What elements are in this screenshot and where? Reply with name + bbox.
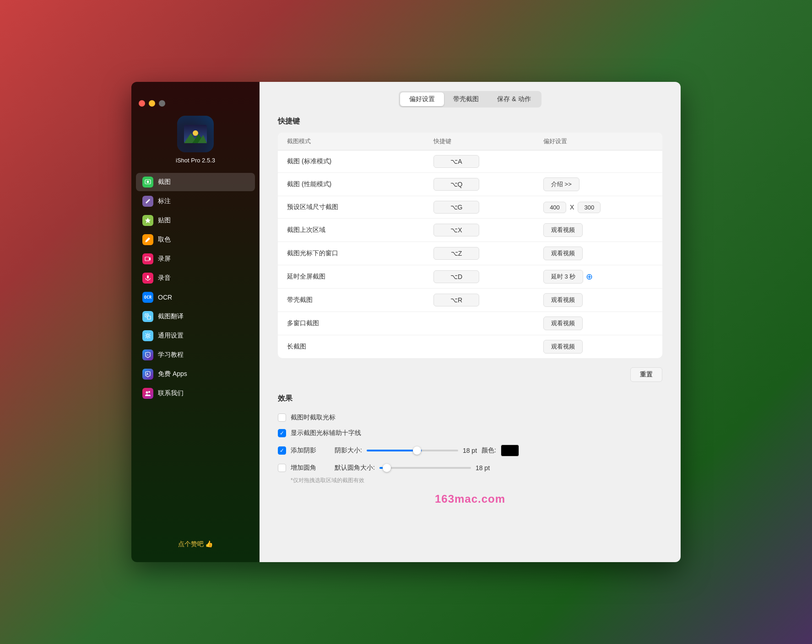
sidebar-item-ocr[interactable]: OCR OCR <box>136 288 255 306</box>
svg-text:A: A <box>146 353 149 357</box>
color-picker-box[interactable] <box>501 445 519 456</box>
main-scrollable-content: 快捷键 截图模式 快捷键 偏好设置 截图 (标准模式) ⌥A 截 <box>260 107 681 562</box>
table-row: 多窗口截图 观看视频 <box>278 312 662 335</box>
sidebar-label-annotation: 标注 <box>158 197 171 205</box>
checkbox-capture-cursor[interactable] <box>278 413 286 422</box>
annotation-icon <box>142 196 153 207</box>
sidebar-item-settings[interactable]: 通用设置 <box>136 327 255 345</box>
pref-delay[interactable]: 延时 3 秒 ⊕ <box>543 270 653 284</box>
tab-shell-screenshot[interactable]: 带壳截图 <box>444 92 488 106</box>
svg-point-8 <box>146 241 147 242</box>
effect-show-crosshair: ✓ 显示截图光标辅助十字线 <box>278 425 662 441</box>
minimize-button[interactable] <box>149 100 155 107</box>
col-header-key: 快捷键 <box>433 137 543 145</box>
sidebar-item-audio-record[interactable]: 录音 <box>136 269 255 287</box>
checkbox-round-corner[interactable] <box>278 464 286 472</box>
svg-rect-14 <box>147 316 151 319</box>
translate-icon <box>142 311 153 322</box>
col-header-mode: 截图模式 <box>287 137 433 145</box>
shortcut-key-field[interactable]: ⌥X <box>433 224 543 236</box>
table-row: 截图 (标准模式) ⌥A <box>278 150 662 173</box>
shortcut-key-field[interactable]: ⌥R <box>433 294 543 306</box>
shadow-size-value: 18 pt <box>463 447 477 454</box>
shortcut-key-field[interactable]: ⌥A <box>433 155 543 168</box>
sidebar-label-sticker: 贴图 <box>158 216 171 225</box>
row-mode: 延时全屏截图 <box>287 273 433 281</box>
effects-container: 截图时截取光标 ✓ 显示截图光标辅助十字线 ✓ 添加阴影 阴影大小: <box>278 410 662 488</box>
effect-add-shadow: ✓ 添加阴影 阴影大小: 18 pt 颜色: <box>278 441 662 460</box>
table-row: 截图上次区域 ⌥X 观看视频 <box>278 219 662 242</box>
sidebar-item-screen-record[interactable]: 录屏 <box>136 250 255 268</box>
row-mode: 多窗口截图 <box>287 319 433 327</box>
round-corner-note: *仅对拖拽选取区域的截图有效 <box>278 477 364 484</box>
sidebar-item-contact[interactable]: 联系我们 <box>136 384 255 402</box>
sidebar-item-screenshot[interactable]: 截图 <box>136 173 255 191</box>
effect-capture-cursor: 截图时截取光标 <box>278 410 662 425</box>
sidebar-label-color-picker: 取色 <box>158 236 171 244</box>
svg-rect-9 <box>145 257 149 261</box>
pref-intro-btn[interactable]: 介绍 >> <box>543 177 653 191</box>
maximize-button[interactable] <box>159 100 165 107</box>
effect-round-corner: 增加圆角 默认圆角大小: 18 pt *仅对拖拽选取区域的截图有效 <box>278 460 662 488</box>
table-header: 截图模式 快捷键 偏好设置 <box>278 133 662 150</box>
sticker-icon <box>142 215 153 226</box>
pref-watch-video[interactable]: 观看视频 <box>543 293 653 307</box>
svg-point-17 <box>147 335 149 337</box>
corner-size-value: 18 pt <box>476 464 490 472</box>
height-input[interactable]: 300 <box>578 202 601 213</box>
svg-rect-11 <box>147 275 149 279</box>
shortcut-key-field[interactable]: ⌥D <box>433 270 543 283</box>
row-mode: 预设区域尺寸截图 <box>287 203 433 211</box>
pref-watch-video[interactable]: 观看视频 <box>543 340 653 354</box>
delay-stepper[interactable]: ⊕ <box>586 272 593 282</box>
sidebar-label-tutorial: 学习教程 <box>158 351 184 359</box>
x-separator: X <box>570 204 574 211</box>
pref-numbers: 400 X 300 <box>543 202 653 213</box>
pref-watch-video[interactable]: 观看视频 <box>543 247 653 260</box>
sidebar-bottom: 点个赞吧 👍 <box>178 540 213 562</box>
shortcut-key-field[interactable]: ⌥Z <box>433 247 543 260</box>
svg-point-21 <box>148 391 150 393</box>
shortcuts-section-title: 快捷键 <box>278 117 662 126</box>
ocr-icon: OCR <box>142 292 153 303</box>
row-mode: 长截图 <box>287 343 433 351</box>
table-row: 截图 (性能模式) ⌥Q 介绍 >> <box>278 173 662 196</box>
shortcut-key-field[interactable]: ⌥G <box>433 201 543 214</box>
checkbox-show-crosshair[interactable]: ✓ <box>278 429 286 437</box>
sidebar-item-translate[interactable]: 截图翻译 <box>136 307 255 326</box>
width-input[interactable]: 400 <box>543 202 566 213</box>
round-corner-row: 增加圆角 默认圆角大小: 18 pt <box>278 464 490 472</box>
sidebar-item-tutorial[interactable]: A 学习教程 <box>136 346 255 364</box>
pref-watch-video[interactable]: 观看视频 <box>543 223 653 237</box>
sidebar-label-audio-record: 录音 <box>158 274 171 282</box>
sidebar-item-annotation[interactable]: 标注 <box>136 192 255 210</box>
tutorial-icon: A <box>142 349 153 360</box>
svg-point-20 <box>146 392 148 394</box>
tab-preferences[interactable]: 偏好设置 <box>400 92 444 106</box>
corner-slider-container[interactable] <box>379 467 471 469</box>
shadow-slider-container[interactable] <box>367 450 458 451</box>
sidebar-item-sticker[interactable]: 贴图 <box>136 211 255 230</box>
table-row: 截图光标下的窗口 ⌥Z 观看视频 <box>278 242 662 265</box>
row-mode: 截图上次区域 <box>287 226 433 234</box>
tab-save-action[interactable]: 保存 & 动作 <box>488 92 540 106</box>
shortcuts-table: 截图模式 快捷键 偏好设置 截图 (标准模式) ⌥A 截图 (性能模式) <box>278 133 662 358</box>
table-row: 延时全屏截图 ⌥D 延时 3 秒 ⊕ <box>278 265 662 289</box>
checkbox-add-shadow[interactable]: ✓ <box>278 446 286 455</box>
tab-bar-container: 偏好设置 带壳截图 保存 & 动作 <box>260 82 681 107</box>
sidebar-item-color-picker[interactable]: 取色 <box>136 231 255 249</box>
free-apps-icon: A <box>142 369 153 380</box>
sidebar-label-contact: 联系我们 <box>158 389 184 397</box>
pref-watch-video[interactable]: 观看视频 <box>543 317 653 330</box>
row-mode: 截图 (性能模式) <box>287 180 433 188</box>
like-button[interactable]: 点个赞吧 👍 <box>178 540 213 548</box>
nav-list: 截图 标注 贴图 <box>131 173 260 403</box>
main-content-area: 偏好设置 带壳截图 保存 & 动作 快捷键 截图模式 快捷键 偏好设置 截图 (… <box>260 82 681 562</box>
shadow-size-label: 阴影大小: <box>335 446 362 455</box>
sidebar-label-screenshot: 截图 <box>158 178 171 186</box>
sidebar-item-free-apps[interactable]: A 免费 Apps <box>136 365 255 383</box>
effects-section-title: 效果 <box>278 394 662 403</box>
reset-button[interactable]: 重置 <box>630 367 662 382</box>
shortcut-key-field[interactable]: ⌥Q <box>433 178 543 191</box>
close-button[interactable] <box>139 100 145 107</box>
